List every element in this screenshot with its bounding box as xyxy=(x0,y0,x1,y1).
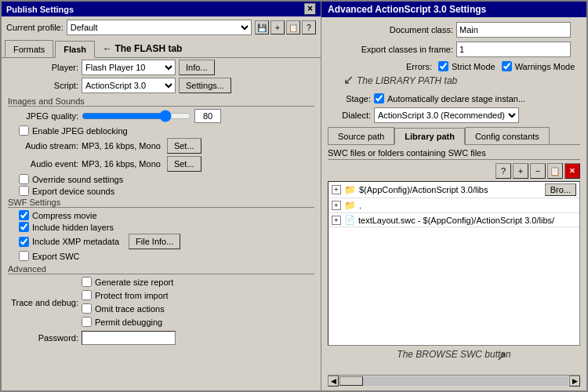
generate-size-label: Generate size report xyxy=(95,278,173,287)
hidden-layers-row: Include hidden layers xyxy=(19,222,314,232)
jpeg-value[interactable] xyxy=(194,109,221,123)
list-item[interactable]: + 📄 textLayout.swc - $(AppConfig)/Action… xyxy=(328,213,579,227)
expand-icon[interactable]: + xyxy=(332,201,341,210)
stage-row: Stage: Automatically declare stage insta… xyxy=(328,93,580,103)
tab-source-path[interactable]: Source path xyxy=(328,127,394,144)
copy-profile-icon[interactable]: 📋 xyxy=(286,20,300,34)
list-item[interactable]: + 📁 . xyxy=(328,198,579,213)
export-frame-row: Export classes in frame: xyxy=(328,42,580,57)
expand-icon[interactable]: + xyxy=(332,185,341,194)
protect-checkbox[interactable] xyxy=(82,290,92,300)
omit-trace-row: Omit trace actions xyxy=(82,303,173,314)
swc-add-icon[interactable]: + xyxy=(513,163,528,179)
password-input[interactable] xyxy=(82,331,176,345)
add-profile-icon[interactable]: + xyxy=(270,20,285,34)
jpeg-row: JPEG quality: xyxy=(8,109,314,123)
export-swc-checkbox[interactable] xyxy=(19,251,29,261)
close-button[interactable]: × xyxy=(304,3,316,15)
export-swc-row: Export SWC xyxy=(19,251,314,261)
right-panel: Advanced ActionScript 3.0 Settings Docum… xyxy=(321,0,588,392)
player-row: Player: Flash Player 10 Info... xyxy=(8,60,314,75)
dialect-select[interactable]: ActionScript 3.0 (Recommended) xyxy=(374,107,519,123)
swc-remove-icon[interactable]: − xyxy=(530,163,546,179)
permit-debug-label: Permit debugging xyxy=(95,318,162,327)
hidden-layers-checkbox[interactable] xyxy=(19,222,29,232)
right-panel-title: Advanced ActionScript 3.0 Settings xyxy=(328,4,486,15)
scroll-thumb[interactable] xyxy=(339,376,363,386)
export-device-checkbox[interactable] xyxy=(19,186,29,196)
hidden-layers-label: Include hidden layers xyxy=(32,223,114,232)
left-form-section: Player: Flash Player 10 Info... Script: … xyxy=(2,58,321,390)
permit-debug-checkbox[interactable] xyxy=(82,317,92,327)
generate-size-checkbox[interactable] xyxy=(82,277,92,287)
audio-stream-label: Audio stream: xyxy=(8,141,78,151)
info-button[interactable]: Info... xyxy=(179,60,215,75)
browse-button-1[interactable]: Bro... xyxy=(545,183,576,196)
images-section-header: Images and Sounds xyxy=(8,96,314,107)
profile-icons: 💾 + 📋 ? xyxy=(255,20,316,34)
help-profile-icon[interactable]: ? xyxy=(302,20,316,34)
password-row: Password: xyxy=(8,331,314,345)
swc-copy-icon[interactable]: 📋 xyxy=(547,163,563,179)
audio-stream-value: MP3, 16 kbps, Mono xyxy=(82,141,161,151)
doc-class-label: Document class: xyxy=(328,25,453,34)
folder-icon: 📁 xyxy=(344,184,356,195)
override-sound-label: Override sound settings xyxy=(32,175,123,184)
omit-trace-checkbox[interactable] xyxy=(82,303,92,314)
stage-label: Stage: xyxy=(328,94,371,103)
scroll-right-arrow[interactable]: ▶ xyxy=(569,376,580,387)
horizontal-scrollbar[interactable]: ◀ ▶ xyxy=(328,375,580,386)
xmp-label: Include XMP metadata xyxy=(32,237,119,246)
jpeg-deblock-checkbox[interactable] xyxy=(19,125,29,136)
tab-formats[interactable]: Formats xyxy=(5,40,53,57)
left-title-bar: Publish Settings × xyxy=(2,2,321,16)
file-info-button[interactable]: File Info... xyxy=(129,234,180,249)
audio-stream-row: Audio stream: MP3, 16 kbps, Mono Set... xyxy=(8,138,314,154)
flash-tab-label: ← The FLASH tab xyxy=(103,40,182,57)
compress-checkbox[interactable] xyxy=(19,210,29,220)
jpeg-label: JPEG quality: xyxy=(8,111,78,121)
tab-library-path[interactable]: Library path xyxy=(394,128,465,145)
right-title-bar: Advanced ActionScript 3.0 Settings xyxy=(321,2,586,17)
profile-select[interactable]: Default xyxy=(67,20,252,35)
audio-stream-set-button[interactable]: Set... xyxy=(167,138,201,154)
export-frame-input[interactable] xyxy=(456,42,571,57)
errors-row: Errors: Strict Mode Warnings Mode xyxy=(406,61,580,71)
xmp-checkbox[interactable] xyxy=(19,237,29,247)
swf-section-header: SWF Settings xyxy=(8,198,314,208)
scroll-left-arrow[interactable]: ◀ xyxy=(328,376,339,387)
swc-section-label: SWC files or folders containing SWC file… xyxy=(328,148,580,160)
override-sound-checkbox[interactable] xyxy=(19,174,29,184)
warnings-checkbox[interactable] xyxy=(502,61,512,71)
strict-mode-checkbox[interactable] xyxy=(438,61,448,71)
tab-config-constants[interactable]: Config constants xyxy=(465,127,550,144)
doc-class-input[interactable] xyxy=(456,22,571,38)
right-content: Document class: Export classes in frame:… xyxy=(321,17,586,390)
list-item[interactable]: + 📁 $(AppConfig)/ActionScript 3.0/libs B… xyxy=(328,182,579,198)
dialect-row: Dialect: ActionScript 3.0 (Recommended) xyxy=(328,107,580,123)
jpeg-slider[interactable] xyxy=(82,110,191,122)
left-panel-title: Publish Settings xyxy=(6,5,74,14)
tab-flash[interactable]: Flash xyxy=(55,41,95,58)
player-select[interactable]: Flash Player 10 xyxy=(82,60,176,75)
script-select[interactable]: ActionScript 3.0 xyxy=(82,78,176,93)
expand-icon[interactable]: + xyxy=(332,216,341,225)
generate-size-row: Generate size report xyxy=(82,277,173,287)
swc-delete-icon[interactable]: ✕ xyxy=(564,163,580,179)
file-icon: 📄 xyxy=(344,215,355,225)
save-profile-icon[interactable]: 💾 xyxy=(255,20,269,34)
audio-event-set-button[interactable]: Set... xyxy=(167,156,201,172)
doc-class-row: Document class: xyxy=(328,22,580,38)
jpeg-deblock-label: Enable JPEG deblocking xyxy=(32,126,128,136)
swc-help-icon[interactable]: ? xyxy=(495,163,511,179)
export-frame-label: Export classes in frame: xyxy=(328,45,453,54)
compress-row: Compress movie xyxy=(19,210,314,220)
settings-button[interactable]: Settings... xyxy=(179,78,231,93)
stage-checkbox[interactable] xyxy=(374,93,384,103)
profile-label: Current profile: xyxy=(6,23,64,32)
player-label: Player: xyxy=(8,63,78,72)
advanced-section-header: Advanced xyxy=(8,264,314,274)
profile-row: Current profile: Default 💾 + 📋 ? xyxy=(2,16,321,38)
audio-event-value: MP3, 16 kbps, Mono xyxy=(82,159,161,169)
swc-item-text: $(AppConfig)/ActionScript 3.0/libs xyxy=(359,185,488,194)
